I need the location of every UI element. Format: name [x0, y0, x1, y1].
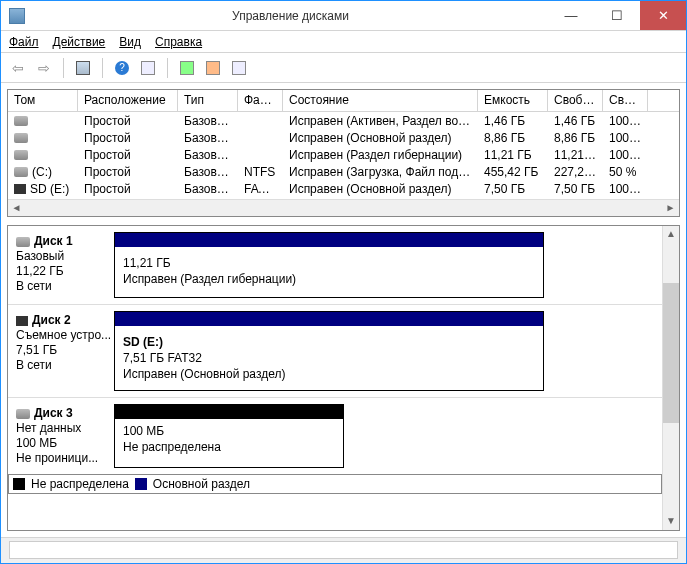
col-type[interactable]: Тип — [178, 90, 238, 111]
cell-capacity: 1,46 ГБ — [478, 114, 548, 128]
partition-status: Исправен (Раздел гибернации) — [123, 271, 535, 287]
disk-row[interactable]: Диск 1 Базовый 11,22 ГБ В сети 11,21 ГБ … — [8, 226, 662, 305]
toolbar: ⇦ ⇨ ? — [1, 53, 686, 83]
disk-icon — [14, 116, 28, 126]
menubar: Файл Действие Вид Справка — [1, 31, 686, 53]
legend-swatch-primary — [135, 478, 147, 490]
cell-type: Базовый — [178, 148, 238, 162]
col-free[interactable]: Свобод... — [548, 90, 603, 111]
col-freepct[interactable]: Своб... — [603, 90, 648, 111]
partition-size: 11,21 ГБ — [123, 255, 535, 271]
sd-icon — [14, 184, 26, 194]
partition-status: Исправен (Основной раздел) — [123, 366, 535, 382]
partition-header — [115, 312, 543, 326]
col-filesystem[interactable]: Фай... — [238, 90, 283, 111]
menu-help[interactable]: Справка — [155, 35, 202, 49]
titlebar: Управление дисками — ☐ ✕ — [1, 1, 686, 31]
cell-freepct: 100 % — [603, 131, 648, 145]
cell-status: Исправен (Основной раздел) — [283, 131, 478, 145]
cell-status: Исправен (Раздел гибернации) — [283, 148, 478, 162]
properties-button[interactable] — [137, 57, 159, 79]
legend-swatch-unallocated — [13, 478, 25, 490]
cell-free: 11,21 ГБ — [548, 148, 603, 162]
window-title: Управление дисками — [33, 9, 548, 23]
maximize-button[interactable]: ☐ — [594, 1, 640, 30]
partition-status: Не распределена — [123, 439, 335, 455]
back-button[interactable]: ⇦ — [7, 57, 29, 79]
disk-icon — [16, 409, 30, 419]
cell-volume — [8, 114, 78, 128]
close-button[interactable]: ✕ — [640, 1, 686, 30]
cell-status: Исправен (Основной раздел) — [283, 182, 478, 196]
list-button[interactable] — [228, 57, 250, 79]
partition-header — [115, 405, 343, 419]
forward-button[interactable]: ⇨ — [33, 57, 55, 79]
partition[interactable]: SD (E:) 7,51 ГБ FAT32 Исправен (Основной… — [114, 311, 544, 391]
disk-icon — [16, 237, 30, 247]
legend-label: Не распределена — [31, 477, 129, 491]
cell-freepct: 100 % — [603, 182, 648, 196]
cell-capacity: 8,86 ГБ — [478, 131, 548, 145]
disk-map: Диск 1 Базовый 11,22 ГБ В сети 11,21 ГБ … — [7, 225, 680, 531]
cell-layout: Простой — [78, 182, 178, 196]
refresh-button[interactable] — [176, 57, 198, 79]
cell-status: Исправен (Активен, Раздел восс... — [283, 114, 478, 128]
cell-filesystem: NTFS — [238, 165, 283, 179]
menu-file[interactable]: Файл — [9, 35, 39, 49]
menu-action[interactable]: Действие — [53, 35, 106, 49]
cell-status: Исправен (Загрузка, Файл подка... — [283, 165, 478, 179]
disk-icon — [14, 150, 28, 160]
partition-title: SD (E:) — [123, 334, 535, 350]
cell-free: 8,86 ГБ — [548, 131, 603, 145]
disk-label: Диск 2 Съемное устро... 7,51 ГБ В сети — [14, 311, 114, 391]
disk-icon — [14, 133, 28, 143]
statusbar — [1, 537, 686, 563]
cell-type: Базовый — [178, 165, 238, 179]
table-row[interactable]: ПростойБазовыйИсправен (Активен, Раздел … — [8, 112, 679, 129]
legend-label: Основной раздел — [153, 477, 250, 491]
disk-row[interactable]: Диск 3 Нет данных 100 МБ Не проиници... … — [8, 398, 662, 474]
column-headers: Том Расположение Тип Фай... Состояние Ем… — [8, 90, 679, 112]
disk-icon — [14, 167, 28, 177]
settings-button[interactable] — [202, 57, 224, 79]
cell-layout: Простой — [78, 114, 178, 128]
cell-type: Базовый — [178, 131, 238, 145]
table-row[interactable]: (C:)ПростойБазовыйNTFSИсправен (Загрузка… — [8, 163, 679, 180]
disk-label: Диск 1 Базовый 11,22 ГБ В сети — [14, 232, 114, 298]
cell-freepct: 100 % — [603, 148, 648, 162]
partition[interactable]: 11,21 ГБ Исправен (Раздел гибернации) — [114, 232, 544, 298]
vertical-scrollbar[interactable]: ▲ ▼ — [662, 226, 679, 530]
cell-layout: Простой — [78, 148, 178, 162]
table-row[interactable]: SD (E:)ПростойБазовыйFAT32Исправен (Осно… — [8, 180, 679, 197]
sd-icon — [16, 316, 28, 326]
col-capacity[interactable]: Емкость — [478, 90, 548, 111]
cell-filesystem: FAT32 — [238, 182, 283, 196]
cell-free: 1,46 ГБ — [548, 114, 603, 128]
cell-layout: Простой — [78, 131, 178, 145]
cell-volume: SD (E:) — [8, 182, 78, 196]
table-row[interactable]: ПростойБазовыйИсправен (Раздел гибернаци… — [8, 146, 679, 163]
cell-capacity: 11,21 ГБ — [478, 148, 548, 162]
partition-size: 7,51 ГБ FAT32 — [123, 350, 535, 366]
cell-volume: (C:) — [8, 165, 78, 179]
col-status[interactable]: Состояние — [283, 90, 478, 111]
disk-row[interactable]: Диск 2 Съемное устро... 7,51 ГБ В сети S… — [8, 305, 662, 398]
minimize-button[interactable]: — — [548, 1, 594, 30]
cell-layout: Простой — [78, 165, 178, 179]
app-icon — [9, 8, 25, 24]
horizontal-scrollbar[interactable]: ◄► — [8, 199, 679, 216]
col-layout[interactable]: Расположение — [78, 90, 178, 111]
help-button[interactable]: ? — [111, 57, 133, 79]
cell-free: 7,50 ГБ — [548, 182, 603, 196]
table-row[interactable]: ПростойБазовыйИсправен (Основной раздел)… — [8, 129, 679, 146]
menu-view[interactable]: Вид — [119, 35, 141, 49]
disk-label: Диск 3 Нет данных 100 МБ Не проиници... — [14, 404, 114, 468]
cell-freepct: 50 % — [603, 165, 648, 179]
cell-volume — [8, 148, 78, 162]
cell-type: Базовый — [178, 114, 238, 128]
partition[interactable]: 100 МБ Не распределена — [114, 404, 344, 468]
cell-freepct: 100 % — [603, 114, 648, 128]
legend: Не распределена Основной раздел — [8, 474, 662, 494]
col-volume[interactable]: Том — [8, 90, 78, 111]
view-button[interactable] — [72, 57, 94, 79]
